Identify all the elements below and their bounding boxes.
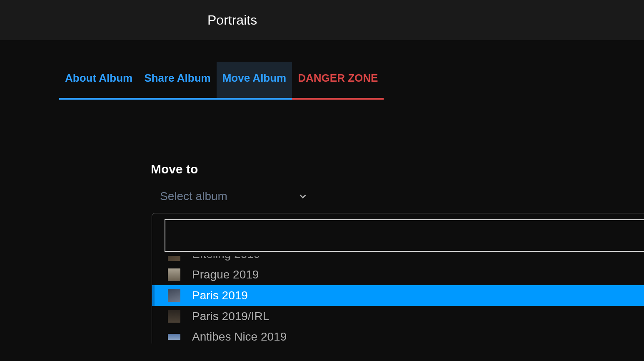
album-option[interactable]: Paris 2019/IRL — [152, 306, 644, 327]
album-option-label: Paris 2019/IRL — [192, 310, 269, 323]
album-thumbnail — [168, 256, 180, 261]
album-option[interactable]: Paris 2019 — [152, 285, 644, 306]
album-option[interactable]: Prague 2019 — [152, 264, 644, 285]
album-search-input[interactable] — [165, 219, 644, 252]
move-section: Move to Select album Efteling 2019 Pragu… — [151, 162, 644, 343]
tab-move-album[interactable]: Move Album — [217, 62, 292, 100]
album-option-label: Paris 2019 — [192, 289, 248, 302]
tab-about-album[interactable]: About Album — [59, 62, 138, 100]
album-option-label: Efteling 2019 — [192, 256, 260, 261]
album-option[interactable]: Antibes Nice 2019 — [152, 327, 644, 343]
album-select-trigger[interactable]: Select album — [160, 190, 308, 203]
album-thumbnail — [168, 289, 180, 302]
album-thumbnail — [168, 310, 180, 323]
select-placeholder: Select album — [160, 190, 227, 203]
album-option-label: Antibes Nice 2019 — [192, 330, 287, 343]
album-dropdown-panel: Efteling 2019 Prague 2019 Paris 2019 Par… — [152, 213, 644, 343]
move-to-label: Move to — [151, 162, 644, 176]
tabs: About Album Share Album Move Album DANGE… — [59, 62, 644, 100]
header-bar: Portraits — [0, 0, 644, 40]
album-option-label: Prague 2019 — [192, 268, 259, 281]
tab-share-album[interactable]: Share Album — [138, 62, 216, 100]
album-option[interactable]: Efteling 2019 — [152, 256, 644, 264]
album-thumbnail — [168, 334, 180, 340]
chevron-down-icon — [297, 191, 308, 202]
page-title: Portraits — [207, 13, 257, 28]
album-thumbnail — [168, 268, 180, 281]
tab-danger-zone[interactable]: DANGER ZONE — [292, 62, 384, 100]
album-options-list: Efteling 2019 Prague 2019 Paris 2019 Par… — [152, 256, 644, 343]
